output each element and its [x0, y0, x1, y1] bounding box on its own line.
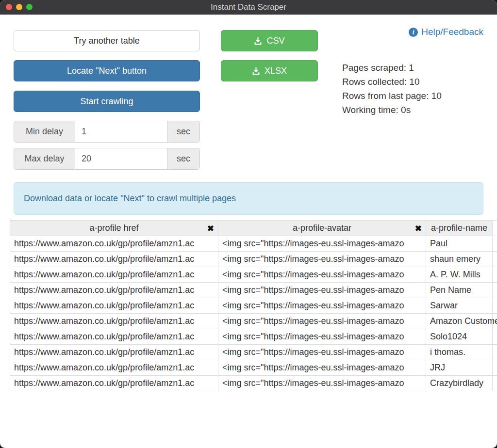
download-icon [252, 67, 260, 75]
cell-profile-avatar: <img src="https://images-eu.ssl-images-a… [218, 360, 426, 376]
max-delay-label: Max delay [14, 148, 75, 170]
column-label: a-profile href [89, 223, 138, 233]
cell-profile-name: JRJ [426, 360, 493, 376]
table-body: https://www.amazon.co.uk/gp/profile/amzn… [10, 236, 497, 391]
cell-profile-href: https://www.amazon.co.uk/gp/profile/amzn… [10, 360, 218, 376]
cell-clipped [493, 252, 497, 267]
table-row: https://www.amazon.co.uk/gp/profile/amzn… [10, 283, 497, 298]
cell-profile-avatar: <img src="https://images-eu.ssl-images-a… [218, 283, 426, 298]
cell-clipped [493, 236, 497, 252]
cell-profile-name: Crazybirdlady [426, 376, 493, 391]
cell-clipped [493, 267, 497, 283]
cell-profile-href: https://www.amazon.co.uk/gp/profile/amzn… [10, 345, 218, 360]
column-label: a-profile-avatar [293, 223, 351, 233]
cell-clipped [493, 283, 497, 298]
stat-rows-collected: Rows collected: 10 [342, 75, 442, 89]
table-row: https://www.amazon.co.uk/gp/profile/amzn… [10, 314, 497, 329]
notice-banner: Download data or locate "Next" to crawl … [14, 182, 483, 215]
column-label: a-profile-name [431, 223, 487, 233]
table-row: https://www.amazon.co.uk/gp/profile/amzn… [10, 360, 497, 376]
cell-clipped [493, 298, 497, 314]
close-window-button[interactable] [6, 4, 12, 10]
cell-profile-avatar: <img src="https://images-eu.ssl-images-a… [218, 314, 426, 329]
main-content: Try another table Locate "Next" button S… [0, 15, 497, 448]
min-delay-unit: sec [167, 121, 200, 143]
cell-profile-avatar: <img src="https://images-eu.ssl-images-a… [218, 252, 426, 267]
table-row: https://www.amazon.co.uk/gp/profile/amzn… [10, 252, 497, 267]
cell-profile-name: Amazon Customer [426, 314, 493, 329]
cell-profile-avatar: <img src="https://images-eu.ssl-images-a… [218, 345, 426, 360]
results-table-wrap: a-profile href ✖ a-profile-avatar ✖ a-pr… [10, 220, 497, 391]
table-row: https://www.amazon.co.uk/gp/profile/amzn… [10, 236, 497, 252]
cell-clipped [493, 329, 497, 345]
cell-profile-name: Solo1024 [426, 329, 493, 345]
download-xlsx-button[interactable]: XLSX [221, 60, 318, 81]
info-icon: i [409, 28, 418, 37]
notice-text: Download data or locate "Next" to crawl … [24, 193, 236, 204]
cell-profile-name: i thomas. [426, 345, 493, 360]
column-header-a-profile-href: a-profile href ✖ [10, 221, 218, 236]
scrape-stats: Pages scraped: 1 Rows collected: 10 Rows… [342, 61, 442, 117]
table-row: https://www.amazon.co.uk/gp/profile/amzn… [10, 267, 497, 283]
zoom-window-button[interactable] [26, 4, 33, 10]
cell-profile-href: https://www.amazon.co.uk/gp/profile/amzn… [10, 236, 218, 252]
cell-profile-href: https://www.amazon.co.uk/gp/profile/amzn… [10, 298, 218, 314]
cell-profile-href: https://www.amazon.co.uk/gp/profile/amzn… [10, 267, 218, 283]
cell-profile-avatar: <img src="https://images-eu.ssl-images-a… [218, 267, 426, 283]
remove-column-icon[interactable]: ✖ [207, 224, 214, 232]
locate-next-button[interactable]: Locate "Next" button [14, 60, 200, 81]
cell-profile-name: Sarwar [426, 298, 493, 314]
stat-pages-scraped: Pages scraped: 1 [342, 61, 442, 75]
cell-profile-avatar: <img src="https://images-eu.ssl-images-a… [218, 298, 426, 314]
stat-rows-last-page: Rows from last page: 10 [342, 89, 442, 103]
cell-profile-href: https://www.amazon.co.uk/gp/profile/amzn… [10, 376, 218, 391]
window-controls [6, 0, 33, 14]
xlsx-button-label: XLSX [265, 66, 287, 76]
cell-profile-href: https://www.amazon.co.uk/gp/profile/amzn… [10, 314, 218, 329]
cell-profile-name: shaun emery [426, 252, 493, 267]
minimize-window-button[interactable] [16, 4, 22, 10]
cell-clipped [493, 360, 497, 376]
cell-profile-name: Paul [426, 236, 493, 252]
column-header-a-profile-name: a-profile-name [426, 221, 493, 236]
table-row: https://www.amazon.co.uk/gp/profile/amzn… [10, 329, 497, 345]
csv-button-label: CSV [266, 36, 284, 46]
table-row: https://www.amazon.co.uk/gp/profile/amzn… [10, 376, 497, 391]
window-title: Instant Data Scraper [211, 2, 286, 12]
cell-profile-href: https://www.amazon.co.uk/gp/profile/amzn… [10, 283, 218, 298]
help-feedback-label: Help/Feedback [421, 27, 483, 37]
cell-profile-name: A. P. W. Mills [426, 267, 493, 283]
cell-profile-href: https://www.amazon.co.uk/gp/profile/amzn… [10, 329, 218, 345]
max-delay-unit: sec [167, 148, 200, 170]
results-table: a-profile href ✖ a-profile-avatar ✖ a-pr… [10, 220, 497, 391]
min-delay-group: Min delay sec [14, 121, 200, 143]
column-header-a-profile-avatar: a-profile-avatar ✖ [218, 221, 426, 236]
try-another-table-button[interactable]: Try another table [14, 30, 200, 51]
column-header-clipped [493, 221, 497, 236]
max-delay-group: Max delay sec [14, 148, 200, 170]
header-row: a-profile href ✖ a-profile-avatar ✖ a-pr… [10, 221, 497, 236]
app-window: Instant Data Scraper Try another table L… [0, 0, 497, 448]
min-delay-label: Min delay [14, 121, 75, 143]
cell-profile-href: https://www.amazon.co.uk/gp/profile/amzn… [10, 252, 218, 267]
help-feedback-link[interactable]: i Help/Feedback [409, 27, 483, 37]
title-bar: Instant Data Scraper [0, 0, 497, 15]
cell-clipped [493, 376, 497, 391]
cell-profile-avatar: <img src="https://images-eu.ssl-images-a… [218, 236, 426, 252]
download-icon [254, 37, 262, 45]
download-csv-button[interactable]: CSV [221, 30, 318, 51]
cell-profile-avatar: <img src="https://images-eu.ssl-images-a… [218, 329, 426, 345]
stat-working-time: Working time: 0s [342, 103, 442, 117]
remove-column-icon[interactable]: ✖ [415, 224, 422, 232]
table-row: https://www.amazon.co.uk/gp/profile/amzn… [10, 298, 497, 314]
cell-clipped [493, 345, 497, 360]
cell-profile-name: Pen Name [426, 283, 493, 298]
cell-profile-avatar: <img src="https://images-eu.ssl-images-a… [218, 376, 426, 391]
start-crawling-button[interactable]: Start crawling [14, 91, 200, 112]
max-delay-input[interactable] [75, 148, 167, 170]
table-row: https://www.amazon.co.uk/gp/profile/amzn… [10, 345, 497, 360]
min-delay-input[interactable] [75, 121, 167, 143]
